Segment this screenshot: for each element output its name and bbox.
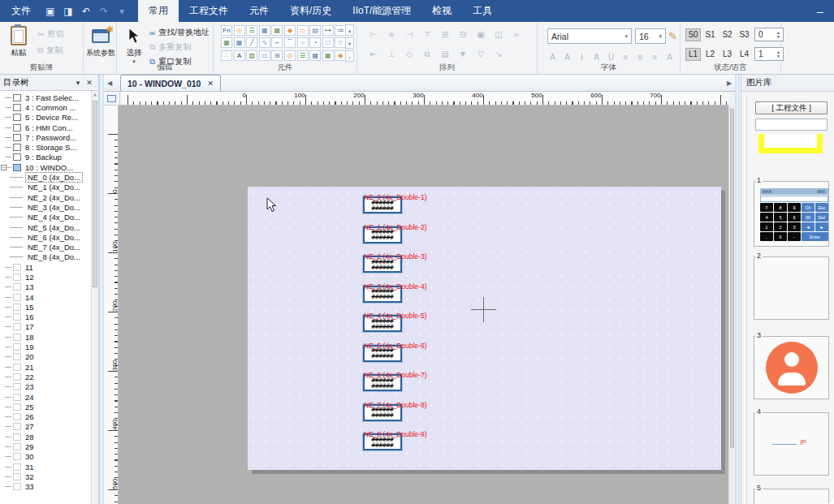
- distribute-h-icon[interactable]: ⇤: [367, 48, 380, 60]
- tree-item-checkbox[interactable]: [13, 383, 21, 390]
- numeric-element[interactable]: ###### ###### NE_3 (4x_Double-4): [363, 286, 402, 303]
- same-width-icon[interactable]: ⊞: [439, 28, 452, 41]
- font-shrink-icon[interactable]: A: [562, 51, 573, 62]
- tree-item[interactable]: 17: [0, 322, 91, 332]
- tree-item-checkbox[interactable]: [13, 403, 21, 411]
- language-spinner[interactable]: 1 ▲▼: [754, 47, 784, 61]
- tag-icon[interactable]: ◆: [284, 25, 296, 36]
- ribbon-tab[interactable]: 检视: [421, 0, 462, 22]
- canvas-scroll-thumb[interactable]: [730, 109, 734, 448]
- tree-item[interactable]: NE_5 (4x_Do...: [0, 222, 91, 232]
- save-icon[interactable]: ▣: [42, 3, 58, 19]
- state-button[interactable]: S0: [685, 28, 701, 41]
- tree-item-checkbox[interactable]: [13, 304, 21, 311]
- tree-item-checkbox[interactable]: [13, 394, 21, 401]
- align-text-right-icon[interactable]: ≡: [650, 51, 660, 62]
- frame-icon[interactable]: ▭: [259, 50, 270, 61]
- tree-item[interactable]: 23: [0, 382, 91, 392]
- align-top-icon[interactable]: ⊤: [421, 28, 434, 41]
- table-icon[interactable]: ⊞: [271, 50, 283, 61]
- format-painter-icon[interactable]: ✎: [668, 30, 677, 42]
- language-button[interactable]: L1: [685, 48, 701, 61]
- tree-item[interactable]: NE_0 (4x_Do...: [0, 172, 91, 182]
- library-item-4[interactable]: 4 go: [754, 412, 829, 476]
- state-spinner[interactable]: 0 ▲▼: [754, 28, 784, 41]
- tree-item-checkbox[interactable]: [13, 313, 21, 321]
- numeric-element[interactable]: ###### ###### NE_5 (4x_Double-6): [363, 345, 402, 362]
- keypad-999-icon[interactable]: ▦: [221, 37, 232, 48]
- tree-scroll-thumb[interactable]: [93, 101, 97, 287]
- ribbon-tab[interactable]: 工程文件: [179, 0, 239, 22]
- tree-item-checkbox[interactable]: [13, 134, 21, 141]
- tree-item[interactable]: 6 : HMI Con...: [0, 123, 91, 132]
- find-replace-button[interactable]: ∞ 查找/替换地址: [149, 27, 210, 38]
- line-icon[interactable]: ╱: [246, 37, 257, 48]
- state-spinner-arrows-icon[interactable]: ▲▼: [775, 28, 782, 41]
- order-icon[interactable]: ↘: [492, 48, 505, 60]
- copy-button[interactable]: ⧉ 复制: [37, 45, 63, 56]
- distribute-v-icon[interactable]: ⊥: [385, 48, 398, 60]
- tree-item-checkbox[interactable]: [13, 343, 21, 351]
- font-family-select[interactable]: Arial ▾: [547, 28, 632, 44]
- state-button[interactable]: S2: [719, 28, 735, 41]
- picture-icon[interactable]: ▨: [246, 50, 257, 61]
- align-text-center-icon[interactable]: ≡: [635, 51, 646, 62]
- circle-icon[interactable]: ○: [297, 37, 309, 48]
- numeric-element[interactable]: ###### ###### NE_2 (4x_Double-3): [363, 256, 402, 273]
- rotate-icon[interactable]: ▽: [474, 48, 487, 60]
- font-color-icon[interactable]: A: [591, 51, 602, 62]
- tree-item[interactable]: 29: [0, 442, 91, 451]
- tree-item[interactable]: NE_7 (4x_Do...: [0, 242, 91, 252]
- tree-scroll-up-icon[interactable]: ∧: [92, 91, 98, 99]
- tree-item[interactable]: 30: [0, 452, 91, 462]
- tree-item[interactable]: 8 : Storage S...: [0, 142, 91, 152]
- align-text-left-icon[interactable]: ≡: [620, 51, 631, 62]
- traffic-light2-icon[interactable]: ☰: [297, 50, 309, 61]
- tree-item-checkbox[interactable]: [13, 483, 21, 490]
- ribbon-tab[interactable]: 元件: [239, 0, 279, 22]
- right-splitter[interactable]: [735, 75, 740, 504]
- components-scroll-down-icon[interactable]: ▾: [345, 37, 354, 49]
- font-grow-icon[interactable]: A: [547, 51, 558, 62]
- arc-icon[interactable]: ⌒: [284, 37, 296, 48]
- tree-item[interactable]: 4 : Common ...: [0, 102, 91, 112]
- tree-item-checkbox[interactable]: [13, 104, 21, 111]
- minimize-button[interactable]: –: [806, 0, 834, 22]
- numeric-element[interactable]: ###### ###### NE_0 (4x_Double-1): [363, 196, 402, 213]
- ribbon-tab[interactable]: 常用: [138, 0, 179, 22]
- toggle-switch-icon[interactable]: ⊶: [322, 25, 334, 36]
- library-item-3[interactable]: 3: [754, 336, 829, 399]
- italic-icon[interactable]: I: [577, 51, 587, 62]
- tree-item[interactable]: 11: [0, 262, 91, 272]
- tree-item-checkbox[interactable]: [13, 153, 21, 161]
- ribbon-tab[interactable]: 工具: [462, 0, 503, 22]
- language-button[interactable]: L4: [737, 48, 752, 61]
- tree-item[interactable]: 5 : Device Re...: [0, 113, 91, 123]
- file-menu[interactable]: 文件: [0, 0, 42, 22]
- hex-keypad-icon[interactable]: ▦: [259, 25, 270, 36]
- tree-item-checkbox[interactable]: [13, 423, 21, 430]
- curve-icon[interactable]: ∿: [259, 37, 270, 48]
- tree-item-checkbox[interactable]: [13, 283, 21, 291]
- bit-lamp-icon[interactable]: ◎: [234, 25, 245, 36]
- tree-item-checkbox[interactable]: [13, 294, 21, 301]
- library-item-0-yellow-frame[interactable]: [758, 134, 823, 153]
- tree-item[interactable]: 15: [0, 302, 91, 312]
- select-button[interactable]: 选择 ▾: [119, 25, 149, 65]
- rectangle-icon[interactable]: □: [322, 37, 334, 48]
- ribbon-tab[interactable]: IIoT/能源管理: [342, 0, 421, 22]
- tree-item[interactable]: NE_6 (4x_Do...: [0, 232, 91, 242]
- hex-keypad2-icon[interactable]: ▦: [309, 50, 321, 61]
- system-parameters-button[interactable]: 系统参数: [85, 25, 116, 58]
- tree-item[interactable]: 13: [0, 282, 91, 292]
- layer-back-icon[interactable]: ▤: [439, 48, 452, 60]
- tree-item[interactable]: 33: [0, 482, 91, 492]
- slider-icon[interactable]: ▭: [297, 25, 309, 36]
- tree-item[interactable]: 28: [0, 432, 91, 442]
- font-size-select[interactable]: 16 ▾: [635, 28, 666, 44]
- tree-item[interactable]: 3 : Fast Selec...: [0, 93, 91, 102]
- tree-item[interactable]: 12: [0, 272, 91, 282]
- ungroup-icon[interactable]: ◫: [492, 28, 505, 41]
- flip-icon[interactable]: ◇: [403, 48, 416, 60]
- tab-nav-left-icon[interactable]: ◀: [104, 75, 115, 91]
